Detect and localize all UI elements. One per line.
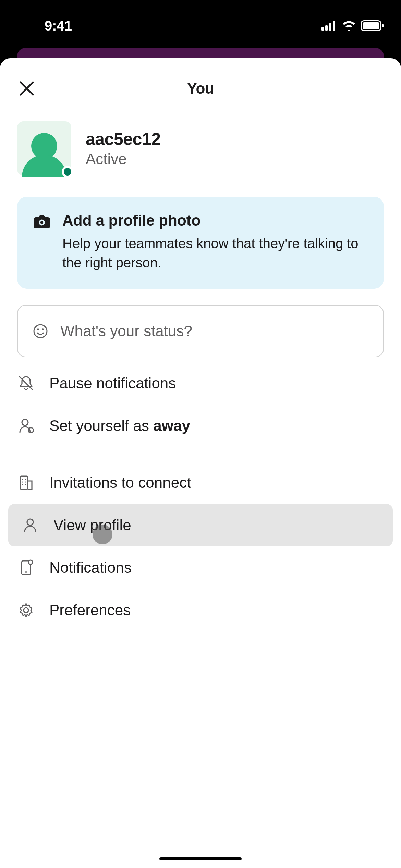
svg-point-10 — [37, 328, 39, 330]
home-indicator[interactable] — [159, 857, 242, 860]
svg-point-15 — [22, 479, 23, 480]
close-button[interactable] — [17, 79, 36, 98]
card-title: Add a profile photo — [62, 212, 367, 229]
svg-rect-1 — [325, 25, 328, 31]
wifi-icon — [341, 20, 356, 31]
page-title: You — [187, 80, 214, 97]
svg-rect-2 — [329, 23, 331, 31]
bell-off-icon — [17, 374, 35, 392]
svg-point-20 — [25, 484, 26, 485]
svg-rect-3 — [333, 21, 335, 31]
profile-row[interactable]: aac5ec12 Active — [0, 102, 401, 189]
battery-icon — [361, 20, 384, 31]
username-label: aac5ec12 — [86, 129, 160, 149]
svg-point-16 — [25, 479, 26, 480]
status-placeholder: What's your status? — [60, 323, 192, 340]
svg-point-25 — [24, 608, 28, 613]
svg-point-21 — [27, 519, 33, 525]
menu-label: Preferences — [49, 602, 131, 619]
view-profile-item[interactable]: View profile — [8, 504, 393, 546]
preferences-item[interactable]: Preferences — [0, 589, 401, 631]
pause-notifications-item[interactable]: Pause notifications — [0, 362, 401, 405]
close-icon — [18, 80, 36, 97]
cellular-icon — [321, 21, 337, 31]
svg-rect-5 — [363, 22, 379, 29]
menu-label: Notifications — [49, 559, 132, 576]
card-subtitle: Help your teammates know that they're ta… — [62, 234, 367, 272]
svg-point-24 — [28, 560, 33, 564]
notifications-item[interactable]: Notifications — [0, 546, 401, 589]
gear-icon — [17, 601, 35, 619]
svg-point-23 — [25, 571, 27, 573]
svg-point-18 — [25, 481, 26, 482]
status-bar: 9:41 — [0, 0, 401, 51]
menu-label: Invitations to connect — [49, 474, 191, 491]
svg-point-8 — [40, 221, 43, 224]
add-photo-card[interactable]: Add a profile photo Help your teammates … — [17, 197, 384, 289]
set-away-item[interactable]: Set yourself as away — [0, 405, 401, 447]
menu-label: Set yourself as away — [49, 417, 190, 434]
person-away-icon — [17, 417, 35, 435]
camera-icon — [34, 214, 50, 272]
status-time: 9:41 — [45, 18, 72, 34]
building-icon — [17, 474, 35, 492]
svg-rect-0 — [321, 27, 324, 31]
svg-point-11 — [42, 328, 44, 330]
svg-rect-6 — [382, 24, 384, 27]
you-sheet: You aac5ec12 Active Add a profile photo … — [0, 58, 401, 868]
status-icons — [321, 20, 384, 31]
svg-rect-14 — [20, 476, 28, 489]
status-input[interactable]: What's your status? — [17, 305, 384, 357]
section-divider — [0, 452, 401, 461]
sheet-header: You — [0, 75, 401, 102]
person-icon — [21, 516, 39, 534]
svg-point-12 — [22, 419, 28, 425]
menu-label: View profile — [53, 517, 131, 534]
svg-point-19 — [22, 484, 23, 485]
menu-label: Pause notifications — [49, 375, 176, 392]
phone-notification-icon — [17, 559, 35, 577]
invitations-item[interactable]: Invitations to connect — [0, 461, 401, 504]
presence-indicator — [62, 166, 73, 178]
svg-point-17 — [22, 481, 23, 482]
avatar — [17, 121, 71, 176]
smile-icon — [33, 324, 48, 339]
svg-point-9 — [34, 325, 47, 338]
svg-point-13 — [28, 428, 34, 433]
presence-label: Active — [86, 150, 160, 168]
